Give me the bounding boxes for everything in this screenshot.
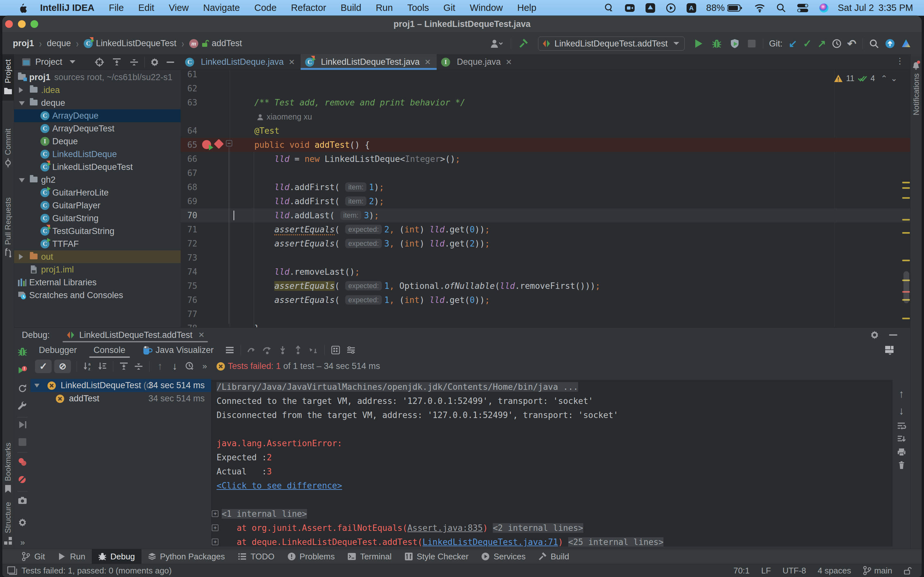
scroll-down-icon[interactable]: ↓ — [899, 405, 904, 417]
tree-item-arraydeque[interactable]: CArrayDeque — [14, 109, 181, 122]
ide-update-icon[interactable] — [885, 39, 895, 48]
status-widget-lock[interactable] — [904, 567, 912, 574]
run-configuration-select[interactable]: LinkedListDequeTest.addTest — [538, 37, 685, 51]
test-status[interactable]: Tests failed: 1of 1 test – 34 sec 514 ms — [216, 361, 380, 371]
tree-item-arraydequetest[interactable]: CArrayDequeTest — [14, 122, 181, 135]
show-execution-point-icon[interactable] — [247, 346, 256, 355]
test-tree-item-addtest[interactable]: addTest34 sec 514 ms — [31, 392, 211, 405]
breadcrumb-item-proj1[interactable]: proj1 — [13, 39, 34, 48]
tool-window-button-debug[interactable]: Debug — [92, 549, 142, 564]
close-tab-icon[interactable]: ✕ — [425, 58, 431, 67]
tree-item-testguitarstring[interactable]: CTestGuitarString — [14, 225, 181, 237]
tree-item-linkedlistdeque[interactable]: CLinkedListDeque — [14, 148, 181, 161]
tool-window-button-python-packages[interactable]: Python Packages — [142, 549, 231, 564]
evaluate-icon[interactable] — [331, 346, 340, 355]
menu-item-navigate[interactable]: Navigate — [203, 3, 240, 13]
code-editor[interactable]: 616263 /** Test add, remove and print be… — [181, 70, 910, 327]
layout-menu-icon[interactable] — [225, 346, 234, 354]
more-chevron-button[interactable]: » — [197, 359, 212, 373]
scroll-to-end-icon[interactable] — [897, 435, 906, 443]
locate-icon[interactable] — [95, 58, 104, 67]
tree-item-out[interactable]: out — [14, 250, 181, 263]
tree-item--idea[interactable]: .idea — [14, 84, 181, 97]
step-out-icon[interactable] — [294, 346, 302, 355]
previous-failed-button[interactable]: ↑ — [153, 359, 168, 373]
sort-alphabetically-button[interactable]: az — [80, 359, 95, 373]
menu-item-code[interactable]: Code — [254, 3, 276, 13]
hide-tool-window-icon[interactable] — [889, 334, 897, 335]
hide-icon[interactable] — [166, 61, 174, 63]
tree-item-linkedlistdequetest[interactable]: CLinkedListDequeTest — [14, 161, 181, 173]
siri-icon[interactable] — [819, 3, 829, 13]
apple-logo-icon[interactable] — [18, 3, 27, 13]
tool-window-button-build[interactable]: Build — [532, 549, 575, 564]
tree-item-ttfaf[interactable]: CTTFAF — [14, 237, 181, 250]
restore-layout-icon[interactable] — [885, 345, 894, 355]
console-token[interactable]: Assert.java:835 — [407, 523, 483, 533]
next-issue-icon[interactable]: ⌄ — [891, 74, 897, 83]
stripe-button-project[interactable]: Project — [2, 54, 14, 101]
editor-tab-deque-java[interactable]: IDeque.java✕ — [437, 54, 518, 70]
coverage-icon[interactable] — [730, 39, 740, 48]
breadcrumb-item-linkedlistdequetest[interactable]: CLinkedListDequeTest — [84, 39, 176, 48]
chevron-down-icon[interactable] — [34, 384, 39, 388]
test-history-button[interactable] — [182, 359, 197, 373]
stripe-button-bookmarks[interactable]: Bookmarks — [2, 438, 14, 498]
layout-settings-icon[interactable] — [347, 346, 355, 355]
menu-item-view[interactable]: View — [169, 3, 189, 13]
status-widget-utf-8[interactable]: UTF-8 — [782, 566, 806, 576]
profile-icon[interactable] — [490, 39, 503, 48]
previous-issue-icon[interactable]: ⌃ — [881, 74, 887, 83]
debug-console[interactable]: /Library/Java/JavaVirtualMachines/openjd… — [211, 380, 893, 546]
status-widget-lf[interactable]: LF — [761, 566, 771, 576]
stripe-button-pull-requests[interactable]: Pull Requests — [2, 192, 14, 263]
search-icon[interactable] — [776, 3, 786, 13]
close-tab-icon[interactable]: ✕ — [288, 58, 295, 67]
menu-item-refactor[interactable]: Refactor — [291, 3, 326, 13]
show-passed-button[interactable]: ✓ — [35, 359, 52, 373]
tree-item-gh2[interactable]: gh2 — [14, 173, 181, 186]
resume-button[interactable] — [18, 421, 27, 431]
debug-session-tab[interactable]: LinkedListDequeTest.addTest ✕ — [63, 327, 208, 342]
menu-item-git[interactable]: Git — [443, 3, 455, 13]
collapse-all-icon[interactable] — [129, 57, 139, 67]
debug-icon[interactable] — [712, 39, 722, 49]
search-everywhere-icon[interactable] — [869, 39, 879, 48]
soft-wrap-icon[interactable] — [897, 422, 906, 430]
next-failed-button[interactable]: ↓ — [168, 359, 182, 373]
status-widget-70-1[interactable]: 70:1 — [733, 566, 750, 576]
thread-dump-button[interactable] — [18, 496, 27, 507]
close-tab-icon[interactable]: ✕ — [506, 58, 512, 67]
more-button[interactable]: » — [20, 538, 24, 548]
tree-item-proj1[interactable]: proj1sources root, ~/cs61bl/su22-s1 — [14, 71, 181, 84]
history-icon[interactable] — [832, 39, 842, 48]
play-circle-icon[interactable] — [666, 3, 676, 13]
view-breakpoints-button[interactable] — [18, 457, 27, 468]
tree-item-guitarstring[interactable]: CGuitarString — [14, 212, 181, 225]
tree-item-external-libraries[interactable]: External Libraries — [14, 276, 181, 289]
menu-item-window[interactable]: Window — [470, 3, 503, 13]
keystroke-viewer-icon[interactable] — [604, 3, 614, 13]
inspections-widget[interactable]: 11 4 ⌃ ⌄ — [834, 74, 897, 83]
chevron-down-icon[interactable] — [19, 101, 25, 105]
breakpoint-run-icon[interactable] — [202, 140, 211, 149]
editor-scrollbar-thumb[interactable] — [903, 271, 909, 303]
debug-tab-debugger[interactable]: Debugger — [31, 342, 86, 358]
rerun-failed-tests-button[interactable]: ! — [18, 366, 27, 377]
more-vertical-icon[interactable]: ⋮ — [896, 56, 905, 66]
collapse-all-button[interactable] — [131, 359, 146, 373]
tree-item-guitarherolite[interactable]: CGuitarHeroLite — [14, 186, 181, 199]
run-to-cursor-icon[interactable] — [309, 346, 318, 355]
expand-all-icon[interactable] — [112, 58, 121, 67]
wifi-icon[interactable] — [754, 3, 765, 13]
update-project-icon[interactable]: ↙ — [788, 37, 797, 50]
tree-item-scratches-and-consoles[interactable]: Scratches and Consoles — [14, 289, 181, 301]
chevron-down-icon[interactable] — [19, 178, 25, 182]
stop-icon[interactable] — [748, 40, 756, 47]
status-widget-4-spaces[interactable]: 4 spaces — [818, 566, 851, 576]
breadcrumb-item-addtest[interactable]: maddTest — [189, 39, 242, 48]
tool-window-button-problems[interactable]: Problems — [281, 549, 341, 564]
tool-window-button-style-checker[interactable]: Style Checker — [398, 549, 475, 564]
settings-icon[interactable] — [870, 330, 879, 340]
rollback-icon[interactable]: ↶ — [847, 37, 857, 50]
